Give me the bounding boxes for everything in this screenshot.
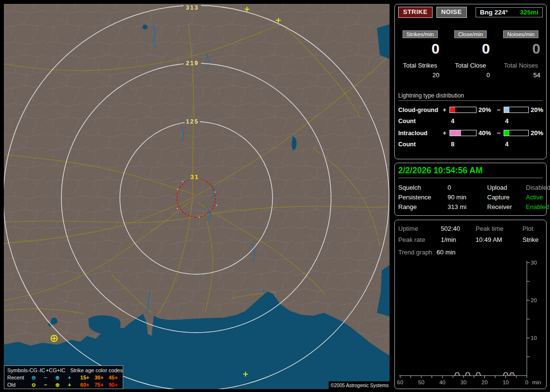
legend-col-ncg: -CG bbox=[28, 367, 37, 374]
ic-negative-pct: 20% bbox=[529, 129, 548, 137]
close-counter: Close/min 0 Total Close 0 bbox=[449, 30, 492, 79]
ring-label-313: 313 bbox=[186, 4, 199, 11]
mode-button-row: STRIKE NOISE Bng 224° 325mi bbox=[398, 7, 543, 18]
svg-text:0: 0 bbox=[525, 379, 528, 385]
ring-label-125: 125 bbox=[186, 118, 199, 125]
legend-old-row: Old ⊖ − ⊕ + 60+ 75+ 90+ bbox=[7, 381, 123, 389]
total-close-value: 0 bbox=[449, 71, 492, 79]
upload-label: Upload bbox=[487, 184, 526, 191]
intracloud-count-row: Count 8 4 bbox=[398, 140, 543, 147]
range-value: 313 mi bbox=[448, 203, 487, 210]
cg-negative-bar bbox=[504, 107, 529, 113]
uptime-row: Uptime 502:40 Peak time Plot bbox=[398, 223, 543, 234]
lightning-map[interactable]: 313 219 125 31 Symbols -CG -IC +CG +IC S… bbox=[4, 4, 390, 389]
squelch-label: Squelch bbox=[398, 184, 448, 191]
range-label: Range bbox=[398, 203, 448, 210]
ic-count-label: Count bbox=[398, 141, 443, 148]
cloud-ground-row: Cloud-ground + 20% − 20% bbox=[398, 106, 543, 113]
legend-recent-label: Recent bbox=[7, 374, 28, 381]
plus-sign: + bbox=[443, 106, 449, 113]
ring-label-31: 31 bbox=[190, 174, 199, 181]
plus-sign: + bbox=[443, 129, 449, 137]
age-30: 30+ bbox=[94, 374, 108, 381]
persistence-row: Persistence 90 min Capture Active bbox=[398, 192, 543, 202]
cg-negative-pct: 20% bbox=[529, 106, 548, 113]
cg-positive-pct: 20% bbox=[477, 106, 497, 113]
cg-count-label: Count bbox=[398, 118, 443, 125]
svg-text:min: min bbox=[532, 379, 541, 385]
cg-positive-count: 4 bbox=[449, 117, 477, 125]
strikes-counter: Strikes/min 0 Total Strikes 20 bbox=[398, 30, 442, 79]
svg-text:50: 50 bbox=[418, 379, 424, 385]
ring-label-219: 219 bbox=[186, 60, 199, 67]
range-row: Range 313 mi Receiver Enabled bbox=[398, 202, 543, 211]
total-strikes-label: Total Strikes bbox=[398, 62, 442, 69]
sidebar: STRIKE NOISE Bng 224° 325mi Strikes/min … bbox=[394, 4, 548, 389]
neg-cg-old-icon: ⊖ bbox=[28, 381, 40, 389]
capture-state: Active bbox=[526, 194, 543, 201]
svg-text:30: 30 bbox=[531, 260, 537, 266]
minus-sign: − bbox=[497, 129, 504, 137]
cg-positive-bar bbox=[449, 107, 477, 113]
svg-text:30: 30 bbox=[461, 379, 467, 385]
legend-symbols-header: Symbols bbox=[7, 367, 28, 374]
cg-negative-count: 4 bbox=[504, 117, 529, 125]
map-canvas: 313 219 125 31 bbox=[4, 4, 390, 389]
upload-state: Disabled bbox=[526, 184, 550, 191]
close-per-min-chip: Close/min bbox=[454, 30, 487, 38]
age-45: 45+ bbox=[109, 374, 123, 381]
squelch-row: Squelch 0 Upload Disabled bbox=[398, 182, 543, 192]
age-75: 75+ bbox=[94, 381, 108, 389]
legend-header-row: Symbols -CG -IC +CG +IC Strike age color… bbox=[7, 367, 123, 374]
minus-sign: − bbox=[497, 106, 504, 113]
peak-time-label: Peak time bbox=[476, 225, 522, 232]
strikes-per-min-value: 0 bbox=[398, 40, 442, 57]
cg-negative-fill bbox=[504, 107, 509, 112]
bearing-range-value: 325mi bbox=[520, 9, 538, 16]
persistence-label: Persistence bbox=[398, 194, 448, 201]
plot-value: Strike bbox=[522, 236, 543, 243]
trend-graph: 6050403020100min302010 bbox=[397, 259, 546, 386]
strike-mode-button[interactable]: STRIKE bbox=[398, 7, 433, 18]
map-legend: Symbols -CG -IC +CG +IC Strike age color… bbox=[4, 365, 123, 389]
cloud-ground-count-row: Count 4 4 bbox=[398, 117, 543, 124]
persistence-value: 90 min bbox=[448, 194, 487, 201]
neg-ic-recent-icon: − bbox=[40, 374, 52, 381]
ic-negative-bar bbox=[504, 130, 529, 136]
legend-recent-row: Recent ⊖ − ⊕ + 15+ 30+ 45+ bbox=[7, 374, 123, 381]
noise-mode-button[interactable]: NOISE bbox=[436, 7, 467, 18]
ic-negative-fill bbox=[504, 130, 509, 136]
distribution-title: Lightning type distribution bbox=[398, 92, 543, 101]
legend-old-label: Old bbox=[7, 381, 28, 389]
ic-positive-bar bbox=[449, 130, 477, 136]
neg-cg-recent-icon: ⊖ bbox=[28, 374, 40, 381]
svg-text:10: 10 bbox=[531, 335, 537, 341]
intracloud-row: Intracloud + 40% − 20% bbox=[398, 129, 543, 137]
age-90: 90+ bbox=[109, 381, 123, 389]
total-strikes-value: 20 bbox=[398, 71, 442, 79]
uptime-value: 502:40 bbox=[441, 225, 476, 232]
pos-ic-recent-icon: + bbox=[63, 374, 75, 381]
rate-counters: Strikes/min 0 Total Strikes 20 Close/min… bbox=[398, 30, 543, 79]
bearing-value: Bng 224° bbox=[480, 9, 508, 16]
copyright-notice: ©2005 Astrogenic Systems bbox=[329, 381, 390, 389]
peak-time-value: 10:49 AM bbox=[476, 236, 522, 243]
cg-strike-icon bbox=[51, 336, 58, 342]
peak-rate-label: Peak rate bbox=[398, 236, 441, 243]
svg-text:20: 20 bbox=[531, 297, 537, 303]
svg-text:40: 40 bbox=[439, 379, 446, 385]
cg-positive-fill bbox=[450, 107, 455, 112]
strikes-per-min-chip: Strikes/min bbox=[403, 30, 438, 38]
noises-per-min-chip: Noises/min bbox=[503, 30, 538, 38]
svg-text:60: 60 bbox=[397, 379, 404, 385]
stats-panel: Uptime 502:40 Peak time Plot Peak rate 1… bbox=[394, 220, 547, 389]
total-noises-value: 54 bbox=[499, 71, 543, 79]
capture-label: Capture bbox=[487, 194, 526, 201]
status-grid: Squelch 0 Upload Disabled Persistence 90… bbox=[398, 182, 543, 211]
pos-cg-recent-icon: ⊕ bbox=[52, 374, 64, 381]
bearing-display: Bng 224° 325mi bbox=[476, 7, 543, 17]
legend-col-pcg: +CG bbox=[46, 367, 57, 374]
svg-text:20: 20 bbox=[481, 379, 488, 385]
trend-graph-label: Trend graph bbox=[398, 249, 432, 256]
noises-per-min-value: 0 bbox=[499, 40, 543, 57]
